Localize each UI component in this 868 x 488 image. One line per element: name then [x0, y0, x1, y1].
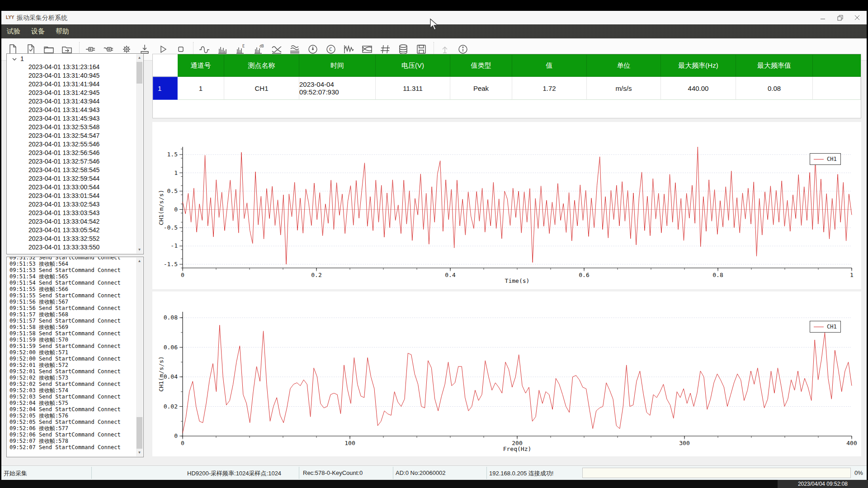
tree-item[interactable]: 2023-04-01 13:33:33:550	[7, 243, 143, 252]
tree-item[interactable]: 2023-04-01 13:32:56:546	[7, 149, 143, 157]
table-cell[interactable]: 2023-04-04 09:52:07:930	[299, 77, 376, 100]
table-cell[interactable]: CH1	[224, 77, 299, 100]
table-cell[interactable]: 1	[178, 77, 224, 100]
table-cell[interactable]: Peak	[450, 77, 512, 100]
tree-scrollbar[interactable]: ▲ ▼	[136, 54, 143, 253]
close-button[interactable]	[849, 11, 865, 24]
tree-item-list: 2023-04-01 13:31:23:1642023-04-01 13:31:…	[7, 63, 143, 252]
tree-item[interactable]: 2023-04-01 13:32:53:548	[7, 123, 143, 131]
status-acquisition: 开始采集	[4, 469, 27, 478]
status-record: Rec:578-0-KeyCount:0	[303, 469, 363, 476]
legend-label: CH1	[827, 156, 837, 162]
tree-root-node[interactable]: 1	[7, 54, 143, 63]
scroll-down-icon[interactable]: ▼	[136, 449, 143, 456]
log-line: 09:52:00 接收帧:571	[7, 349, 143, 356]
tree-item[interactable]: 2023-04-01 13:31:43:944	[7, 97, 143, 106]
corner-header-cell	[153, 54, 178, 77]
tree-root-label: 1	[20, 55, 24, 62]
table-cell[interactable]: 1.72	[512, 77, 587, 100]
freq-graph-plot[interactable]: 00.020.040.060.080100200300400Freq(Hz)CH…	[152, 291, 861, 456]
svg-text:0: 0	[174, 432, 178, 439]
svg-text:400: 400	[846, 440, 857, 446]
table-cell[interactable]: 0.08	[736, 77, 813, 100]
log-line: 09:52:06 接收帧:577	[7, 425, 143, 432]
tree-item[interactable]: 2023-04-01 13:31:42:945	[7, 89, 143, 97]
svg-text:1: 1	[850, 272, 854, 278]
tree-item[interactable]: 2023-04-01 13:33:00:544	[7, 183, 143, 192]
table-cell[interactable]: 11.311	[376, 77, 450, 100]
tree-item[interactable]: 2023-04-01 13:31:44:943	[7, 106, 143, 114]
menu-item[interactable]: 设备	[26, 24, 50, 38]
table-cell[interactable]: m/s/s	[587, 77, 661, 100]
status-connection: 192.168.0.205 连接成功!	[489, 469, 553, 478]
log-line: 09:52:00 Send StartCommand Connect	[7, 356, 143, 362]
tree-item[interactable]: 2023-04-01 13:32:59:544	[7, 174, 143, 183]
tree-item[interactable]: 2023-04-01 13:32:54:547	[7, 131, 143, 140]
tree-item[interactable]: 2023-04-01 13:31:41:944	[7, 80, 143, 89]
menu-item[interactable]: 帮助	[50, 24, 75, 38]
tree-item[interactable]: 2023-04-01 13:31:23:164	[7, 63, 143, 71]
tree-item[interactable]: 2023-04-01 13:32:55:546	[7, 140, 143, 149]
scrollbar-thumb[interactable]	[137, 417, 142, 449]
log-scrollbar[interactable]: ▲ ▼	[136, 258, 143, 456]
column-header-empty	[813, 54, 861, 77]
log-line: 09:52:02 Send StartCommand Connect	[7, 381, 143, 387]
restore-button[interactable]	[832, 11, 848, 24]
tree-item[interactable]: 2023-04-01 13:33:01:544	[7, 192, 143, 200]
svg-text:0.4: 0.4	[445, 272, 456, 278]
tree-item[interactable]: 2023-04-01 13:31:40:945	[7, 71, 143, 80]
log-line: 09:51:56 Send StartCommand Connect	[7, 305, 143, 311]
log-line: 09:51:54 接收帧:565	[7, 273, 143, 280]
tree-item[interactable]: 2023-04-01 13:33:32:552	[7, 235, 143, 243]
legend-line-swatch	[814, 327, 824, 327]
tree-item[interactable]: 2023-04-01 13:33:03:543	[7, 209, 143, 217]
table-cell[interactable]: 440.00	[661, 77, 736, 100]
minimize-button[interactable]	[815, 11, 830, 24]
log-line: 09:51:59 Send StartCommand Connect	[7, 343, 143, 349]
svg-text:CH1(m/s/s): CH1(m/s/s)	[158, 356, 165, 391]
svg-text:1.5: 1.5	[167, 151, 178, 158]
tree-item[interactable]: 2023-04-01 13:32:57:546	[7, 157, 143, 166]
svg-text:-0.5: -0.5	[164, 224, 178, 231]
svg-text:Time(s): Time(s)	[505, 277, 530, 284]
log-line: 09:51:55 接收帧:566	[7, 286, 143, 292]
svg-text:0.6: 0.6	[579, 272, 589, 278]
column-header: 值	[512, 54, 587, 77]
column-header: 时间	[299, 54, 376, 77]
scroll-up-icon[interactable]: ▲	[136, 54, 143, 61]
log-line: 09:51:55 Send StartCommand Connect	[7, 292, 143, 299]
row-index-cell[interactable]: 1	[153, 77, 178, 100]
scroll-up-icon[interactable]: ▲	[136, 258, 143, 265]
log-line: 09:51:52 Send StartCommand Connect	[7, 257, 143, 261]
tree-item[interactable]: 2023-04-01 13:33:04:542	[7, 217, 143, 226]
status-separator	[393, 467, 393, 479]
tree-item[interactable]: 2023-04-01 13:32:58:545	[7, 166, 143, 174]
status-separator	[299, 467, 299, 479]
svg-text:0: 0	[174, 206, 178, 213]
record-tree-panel: 1 2023-04-01 13:31:23:1642023-04-01 13:3…	[6, 53, 144, 254]
log-line: 09:51:59 接收帧:570	[7, 337, 143, 343]
svg-text:0.8: 0.8	[712, 272, 723, 278]
chevron-down-icon	[12, 57, 17, 61]
app-logo: LYY	[6, 15, 14, 20]
svg-text:-1.5: -1.5	[164, 261, 178, 267]
menu-item[interactable]: 试验	[1, 24, 26, 38]
table-row[interactable]: 1 1 CH1 2023-04-04 09:52:07:930 11.311 P…	[153, 77, 861, 100]
svg-text:0.04: 0.04	[164, 373, 178, 380]
tree-item[interactable]: 2023-04-01 13:33:02:543	[7, 200, 143, 209]
scrollbar-thumb[interactable]	[137, 62, 142, 84]
svg-text:Freq(Hz): Freq(Hz)	[503, 446, 532, 452]
tree-item[interactable]: 2023-04-01 13:31:45:943	[7, 114, 143, 123]
time-graph-plot[interactable]: 1.510.50-0.5-1-1.500.20.40.60.81Time(s)C…	[152, 122, 861, 289]
tree-item[interactable]: 2023-04-01 13:33:05:542	[7, 226, 143, 235]
log-line: 09:51:54 Send StartCommand Connect	[7, 280, 143, 286]
log-line: 09:52:07 Send StartCommand Connect	[7, 444, 143, 450]
taskbar: 2023/04/04 09:52:08	[0, 480, 868, 488]
svg-text:0.06: 0.06	[164, 344, 178, 351]
log-line: 09:52:02 接收帧:573	[7, 375, 143, 381]
scroll-down-icon[interactable]: ▼	[136, 246, 143, 253]
column-header: 电压(V)	[376, 54, 450, 77]
log-line: 09:51:57 接收帧:568	[7, 311, 143, 318]
top-black-bar	[0, 0, 868, 11]
status-device: HD9200-采样频率:1024采样点:1024	[187, 469, 281, 478]
